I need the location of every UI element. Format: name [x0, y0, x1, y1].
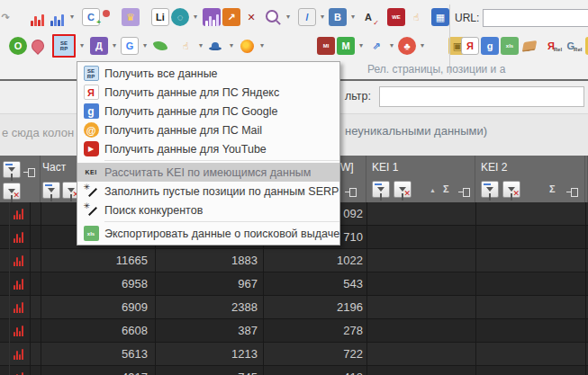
color-bubbles-icon[interactable]: [102, 8, 120, 26]
table-row[interactable]: 1166518831022: [0, 249, 588, 272]
blue-chart-icon[interactable]: [48, 8, 66, 26]
serp-button-highlighted[interactable]: SERP: [52, 34, 76, 58]
google-g-dropdown-arrow[interactable]: ▾: [140, 37, 149, 55]
menu-item-8[interactable]: ✳Поиск конкурентов: [77, 201, 339, 219]
menu-item-label: Получить данные для ПС Яндекс: [104, 86, 279, 99]
calculator-icon[interactable]: ▦: [431, 8, 449, 26]
liveinternet-icon[interactable]: Li: [151, 8, 169, 26]
menu-item-7[interactable]: ✳Заполнить пустые позиции по данным SERP: [77, 182, 339, 201]
table-row[interactable]: 6608387278: [0, 319, 588, 343]
redo-icon[interactable]: ↷: [0, 8, 14, 26]
pin-icon[interactable]: [566, 188, 578, 196]
menu-item-0[interactable]: SERPПолучить все данные: [77, 64, 339, 83]
hand-icon[interactable]: ☝: [407, 8, 425, 26]
filter-input[interactable]: [379, 86, 584, 107]
filter-icon[interactable]: [372, 181, 390, 198]
mini-graph-icon[interactable]: /: [298, 8, 316, 26]
yandex-rel-icon[interactable]: Я: [461, 37, 479, 55]
red-chart-icon[interactable]: [28, 8, 46, 26]
filter-icon[interactable]: [481, 181, 499, 198]
direct-d-icon[interactable]: Д: [90, 37, 108, 55]
arrow-up-icon[interactable]: ⇗: [367, 37, 385, 55]
menu-item-label: Получить данные для ПС Google: [104, 105, 278, 118]
fireball-icon[interactable]: [238, 37, 256, 55]
metrika-dropdown-arrow[interactable]: ▾: [357, 37, 366, 55]
mini-graph-dropdown-arrow[interactable]: ▾: [318, 8, 327, 26]
crown-icon[interactable]: ♛: [122, 8, 140, 26]
menu-item-10[interactable]: xlsЭкспортировать данные о поисковой выд…: [77, 224, 339, 243]
we-icon[interactable]: WE: [387, 8, 405, 26]
tools-icon[interactable]: ✕: [242, 8, 260, 26]
clear-filter-icon[interactable]: ✕: [502, 181, 520, 198]
wand-icon: ✳: [77, 202, 104, 218]
row-stats-bars-icon: [14, 325, 23, 336]
metrika-icon[interactable]: M: [337, 37, 355, 55]
pin-icon[interactable]: [458, 188, 470, 196]
coin-dropdown-arrow[interactable]: ▾: [191, 8, 200, 26]
direct-d-dropdown-arrow[interactable]: ▾: [110, 37, 119, 55]
purple-stats-icon[interactable]: [203, 8, 221, 26]
mi-icon[interactable]: MI: [317, 37, 335, 55]
orange-trend-icon[interactable]: ↗: [222, 8, 240, 26]
map-marker-icon[interactable]: [29, 37, 47, 55]
clear-filter-icon[interactable]: ✕: [3, 183, 21, 200]
arrow-up-dropdown-arrow[interactable]: ▾: [387, 37, 396, 55]
table-row[interactable]: 6958967543: [0, 272, 588, 296]
pin-icon[interactable]: [345, 188, 357, 196]
menu-item-6[interactable]: KEIРассчитать KEI по имеющимся данным: [77, 163, 339, 182]
spy-dropdown-arrow[interactable]: ▾: [227, 37, 236, 55]
g-rel-check-icon[interactable]: GRel: [565, 37, 583, 55]
google-g-icon[interactable]: G: [121, 37, 139, 55]
xls-export-icon[interactable]: xls: [501, 37, 519, 55]
google-rel-icon[interactable]: g: [481, 37, 499, 55]
vk-icon[interactable]: В: [329, 8, 347, 26]
fireball-dropdown-arrow[interactable]: ▾: [258, 37, 267, 55]
menu-item-1[interactable]: ЯПолучить данные для ПС Яндекс: [77, 83, 339, 102]
eraser-icon[interactable]: [520, 37, 538, 55]
hand2-dropdown-arrow[interactable]: ▾: [196, 37, 205, 55]
cell-freq: 6958: [41, 272, 148, 295]
cell-col3: 1213: [155, 343, 258, 365]
search-dropdown-arrow[interactable]: ▾: [284, 8, 293, 26]
spy-icon[interactable]: [207, 37, 225, 55]
cell-freq: 6909: [41, 296, 148, 318]
serp-dropdown-arrow[interactable]: ▾: [77, 37, 86, 55]
column-header-state[interactable]: ✕: [0, 156, 41, 202]
sum-icon[interactable]: Σ: [443, 183, 449, 194]
column-header-kei2[interactable]: KEI 2✕Σ: [475, 156, 585, 202]
coin-icon[interactable]: ◌: [171, 8, 189, 26]
menu-item-4[interactable]: ▶Получить данные для YouTube: [77, 139, 339, 158]
pin-icon[interactable]: [23, 168, 35, 176]
spellcheck-icon[interactable]: A✓: [359, 8, 377, 26]
clear-filter-icon[interactable]: ✕: [394, 181, 412, 198]
tree-circle-dropdown-arrow[interactable]: ▾: [418, 37, 427, 55]
filter-icon[interactable]: [42, 182, 60, 199]
table-row[interactable]: 690923882196: [0, 296, 588, 319]
menu-item-3[interactable]: @Получить данные для ПС Mail: [77, 121, 339, 139]
vk-dropdown-arrow[interactable]: ▾: [348, 8, 357, 26]
search-icon[interactable]: [264, 8, 282, 26]
table-row[interactable]: 56131213722: [0, 343, 588, 366]
toolbar-group: O: [9, 37, 47, 55]
serp-icon[interactable]: SERP: [55, 37, 73, 55]
yandex-icon: Я: [77, 85, 104, 100]
sum-icon[interactable]: Σ: [549, 183, 556, 194]
hand2-icon[interactable]: ☝: [176, 37, 194, 55]
menu-item-2[interactable]: gПолучить данные для ПС Google: [77, 102, 339, 121]
url-input[interactable]: [483, 9, 588, 27]
ya-rel-check-icon[interactable]: ЯRel: [546, 37, 564, 55]
toolbar-group: ☝▾▾▾: [176, 37, 267, 55]
leaf-icon[interactable]: [151, 37, 169, 55]
row-stats-bars-icon: [14, 231, 23, 243]
filter-icon[interactable]: [3, 161, 21, 178]
clear-filter-x: ✕: [13, 192, 20, 200]
cell-freq: 11665: [41, 249, 148, 272]
ribbon-group-caption: Рел. страницы, позиции и а: [367, 63, 588, 76]
target-icon[interactable]: O: [9, 37, 27, 55]
column-header-kei1[interactable]: KEI 1✕▲Σ: [366, 156, 475, 202]
table-row[interactable]: 4917745418: [0, 366, 588, 375]
copy-c-icon[interactable]: C+: [82, 8, 100, 26]
tree-circle-icon[interactable]: ♣: [398, 37, 416, 55]
menu-item-label: Поиск конкурентов: [104, 204, 203, 217]
blue-chart-dropdown-arrow[interactable]: ▾: [68, 8, 77, 26]
